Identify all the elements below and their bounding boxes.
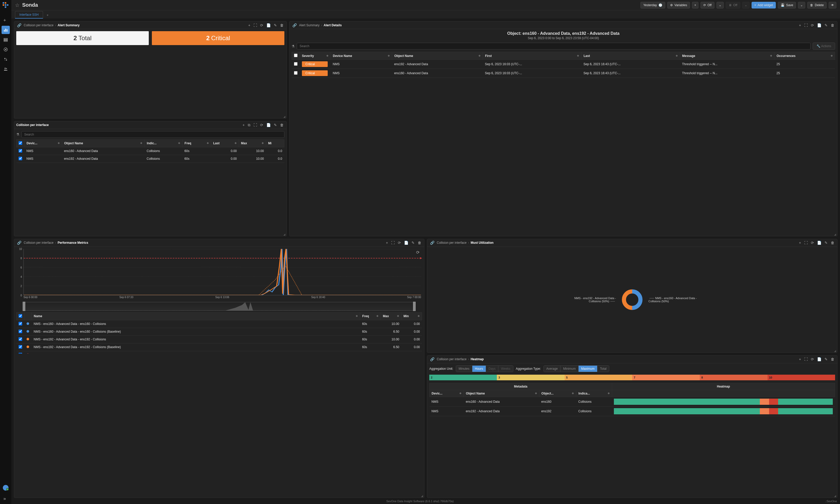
filter-icon[interactable]: ⚗ xyxy=(292,44,295,48)
total-tile[interactable]: 2Total xyxy=(16,31,149,45)
add-icon[interactable]: + xyxy=(798,357,802,362)
select-all-checkbox[interactable] xyxy=(294,54,298,57)
expand-icon[interactable]: ⛶ xyxy=(390,240,396,245)
export-icon[interactable]: 📄 xyxy=(816,23,822,28)
actions-button[interactable]: 🔧 Actions xyxy=(813,42,835,50)
resize-handle[interactable]: ◢ xyxy=(283,233,286,235)
filter-icon[interactable]: ⚗ xyxy=(16,132,19,136)
delete-icon[interactable]: 🗑 xyxy=(417,240,422,245)
agg-type-total[interactable]: Total xyxy=(597,366,609,372)
table-row[interactable]: NMSens192 - Advanced Dataens192Collision… xyxy=(430,406,835,416)
donut-chart[interactable] xyxy=(621,289,643,311)
table-row[interactable]: NMS - ens160 - Advanced Data - ens160 - … xyxy=(17,320,422,328)
export-icon[interactable]: 📄 xyxy=(403,240,409,245)
agg-unit-hours[interactable]: Hours xyxy=(472,366,486,372)
expand-icon[interactable]: ⛶ xyxy=(803,240,808,245)
export-icon[interactable]: 📄 xyxy=(266,23,272,28)
time-range-button[interactable]: Yesterday🕘 xyxy=(641,2,665,8)
delete-icon[interactable]: 🗑 xyxy=(279,23,284,28)
tab-interface-ssh[interactable]: Interface SSH xyxy=(15,11,43,19)
save-button[interactable]: 💾Save xyxy=(778,2,796,8)
refresh-off-button[interactable]: ⟳Off xyxy=(701,2,714,8)
refresh-icon[interactable]: ⟳ xyxy=(397,240,402,245)
select-all-checkbox[interactable] xyxy=(19,141,22,145)
expand-sidebar-icon[interactable]: » xyxy=(2,494,10,502)
agg-type-minimum[interactable]: Minimum xyxy=(561,366,579,372)
add-tab-button[interactable]: + xyxy=(44,12,51,19)
table-row[interactable]: Goal line 1n/a88 xyxy=(17,351,422,354)
refresh-icon[interactable]: ⟳ xyxy=(810,357,815,362)
alert-search-input[interactable] xyxy=(297,43,811,50)
edit-icon[interactable]: ✎ xyxy=(824,240,828,245)
table-row[interactable]: NMSens160 - Advanced DataCollisions60s0.… xyxy=(17,147,284,155)
popout-icon[interactable]: ⧉ xyxy=(247,122,251,128)
expand-icon[interactable]: ⛶ xyxy=(803,357,808,362)
resize-handle[interactable]: ◢ xyxy=(283,115,286,118)
expand-icon[interactable]: ⛶ xyxy=(253,122,258,128)
export-icon[interactable]: 📄 xyxy=(816,240,822,245)
link-icon[interactable]: 🔗 xyxy=(16,240,22,245)
select-all-checkbox[interactable] xyxy=(19,314,22,318)
add-icon[interactable]: + xyxy=(798,23,802,28)
table-row[interactable]: CriticalNMSens160 - Advanced DataSep 6, … xyxy=(292,69,835,78)
view-button[interactable]: 👁 xyxy=(829,2,836,8)
edit-icon[interactable]: ✎ xyxy=(824,357,828,362)
add-icon[interactable]: + xyxy=(242,122,245,128)
delete-icon[interactable]: 🗑 xyxy=(279,122,284,128)
edit-icon[interactable]: ✎ xyxy=(273,122,278,128)
performance-chart[interactable]: ⟳ 1086420 Sep 6 00:00Sep 6 07:33Sep 6 13… xyxy=(16,249,422,301)
table-row[interactable]: NMS - ens192 - Advanced Data - ens192 - … xyxy=(17,343,422,351)
delete-button[interactable]: 🗑Delete xyxy=(807,2,827,8)
refresh-icon[interactable]: ⟳ xyxy=(259,23,264,28)
refresh-dropdown-button[interactable]: ⌄ xyxy=(717,2,724,8)
critical-tile[interactable]: 2Critical xyxy=(152,31,284,45)
expand-icon[interactable]: ⛶ xyxy=(803,23,808,28)
edit-icon[interactable]: ✎ xyxy=(411,240,415,245)
user-avatar[interactable] xyxy=(3,485,8,491)
export-icon[interactable]: 📄 xyxy=(266,122,272,128)
link-icon[interactable]: 🔗 xyxy=(429,357,435,362)
nav-browse-icon[interactable] xyxy=(2,36,10,44)
delete-icon[interactable]: 🗑 xyxy=(830,23,835,28)
variables-button[interactable]: ⚙Variables xyxy=(667,2,690,8)
nav-dashboards-icon[interactable] xyxy=(2,26,10,34)
resize-handle[interactable]: ◢ xyxy=(421,494,424,497)
nav-settings-icon[interactable] xyxy=(2,55,10,64)
favorite-star-icon[interactable]: ☆ xyxy=(15,2,20,8)
expand-icon[interactable]: ⛶ xyxy=(253,23,258,28)
refresh-icon[interactable]: ⟳ xyxy=(810,23,815,28)
add-variable-button[interactable]: + xyxy=(692,2,698,8)
refresh-icon[interactable]: ⟳ xyxy=(259,122,264,128)
agg-unit-days[interactable]: Days xyxy=(486,366,498,372)
resize-handle[interactable]: ◢ xyxy=(834,349,837,352)
nav-users-icon[interactable] xyxy=(2,65,10,73)
add-icon[interactable]: + xyxy=(247,23,251,28)
add-icon[interactable]: + xyxy=(798,240,802,245)
agg-type-average[interactable]: Average xyxy=(544,366,561,372)
delete-icon[interactable]: 🗑 xyxy=(830,357,835,362)
nav-explore-icon[interactable] xyxy=(2,46,10,54)
add-widget-button[interactable]: +Add widget xyxy=(752,2,776,8)
export-icon[interactable]: 📄 xyxy=(816,357,822,362)
edit-icon[interactable]: ✎ xyxy=(273,23,278,28)
table-row[interactable]: CriticalNMSens192 - Advanced DataSep 6, … xyxy=(292,60,835,69)
add-icon[interactable]: + xyxy=(385,240,389,245)
table-row[interactable]: NMS - ens160 - Advanced Data - ens160 - … xyxy=(17,328,422,336)
agg-unit-minutes[interactable]: Minutes xyxy=(456,366,472,372)
link-icon[interactable]: 🔗 xyxy=(16,23,22,28)
collision-search-input[interactable] xyxy=(21,131,284,138)
edit-icon[interactable]: ✎ xyxy=(824,23,828,28)
resize-handle[interactable]: ◢ xyxy=(834,494,837,497)
agg-type-maximum[interactable]: Maximum xyxy=(579,366,597,372)
link-icon[interactable]: 🔗 xyxy=(292,23,298,28)
refresh-icon[interactable]: ⟳ xyxy=(810,240,815,245)
save-dropdown-button[interactable]: ⌄ xyxy=(798,2,805,8)
link-icon[interactable]: 🔗 xyxy=(429,240,435,245)
chart-minimap[interactable] xyxy=(23,302,415,311)
nav-add-icon[interactable]: + xyxy=(2,16,10,24)
table-row[interactable]: NMS - ens192 - Advanced Data - ens192 - … xyxy=(17,336,422,343)
table-row[interactable]: NMSens160 - Advanced Dataens160Collision… xyxy=(430,397,835,406)
agg-unit-weeks[interactable]: Weeks xyxy=(498,366,513,372)
resize-handle[interactable]: ◢ xyxy=(834,233,837,235)
delete-icon[interactable]: 🗑 xyxy=(830,240,835,245)
